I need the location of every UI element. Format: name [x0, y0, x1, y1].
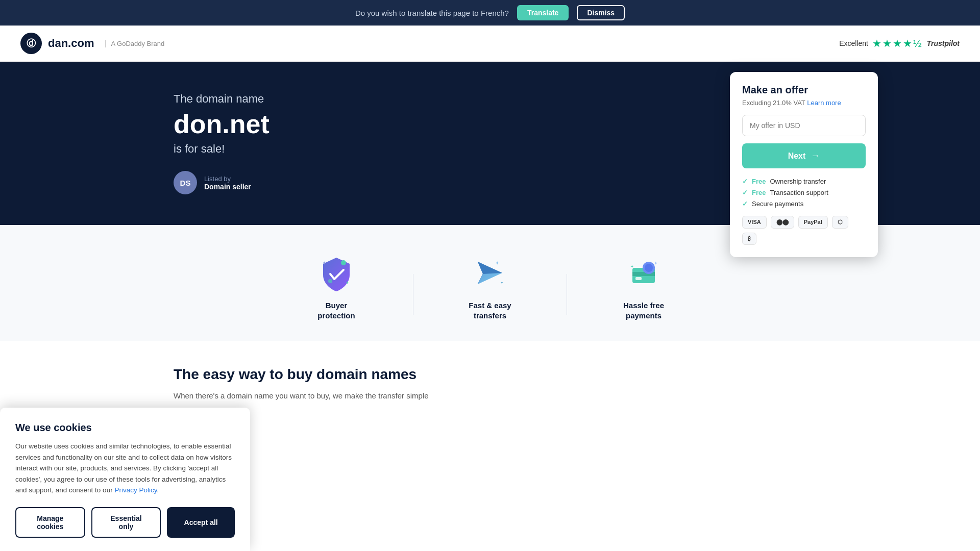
feature-shield-icon-wrap: ✦ ✦ — [318, 256, 355, 292]
perk-secure: ✓ Secure payments — [742, 200, 866, 208]
perk-free-label2: Free — [752, 189, 766, 196]
seller-name: Domain seller — [204, 183, 251, 191]
payment-icons: VISA ⬤⬤ PayPal ⬡ ₿ — [742, 216, 866, 245]
feature-divider-2 — [567, 274, 567, 315]
logo-icon: ⓓ — [20, 33, 42, 54]
feature-payment-icon-wrap: ✦ ✦ — [625, 256, 662, 292]
header: ⓓ dan.com A GoDaddy Brand Excellent ★★★★… — [0, 26, 980, 62]
trustpilot-area: Excellent ★★★★½ Trustpilot — [839, 37, 960, 49]
why-text: When there's a domain name you want to b… — [174, 390, 806, 402]
hero-section: The domain name don.net is for sale! DS … — [0, 62, 980, 225]
perk-secure-label: Secure payments — [752, 200, 803, 208]
payment-visa: VISA — [742, 216, 767, 229]
svg-text:✦: ✦ — [654, 261, 658, 266]
svg-rect-11 — [635, 277, 642, 280]
payment-paypal: PayPal — [798, 216, 828, 229]
translate-button[interactable]: Translate — [517, 5, 569, 20]
vat-text: Excluding 21.0% VAT — [742, 99, 805, 107]
trustpilot-stars: ★★★★½ — [872, 37, 923, 49]
cookie-banner: We use cookies Our website uses cookies … — [0, 408, 250, 428]
offer-perks: ✓ Free Ownership transfer ✓ Free Transac… — [742, 178, 866, 208]
feature-payments: ✦ ✦ Hassle freepayments — [608, 256, 679, 320]
svg-point-13 — [645, 264, 653, 272]
feature-protection-label: Buyerprotection — [317, 300, 355, 320]
offer-title: Make an offer — [742, 84, 866, 96]
shield-icon: ✦ ✦ — [320, 256, 353, 292]
feature-payments-label: Hassle freepayments — [623, 300, 664, 320]
perk-check-icon2: ✓ — [742, 189, 748, 196]
offer-vat: Excluding 21.0% VAT Learn more — [742, 99, 866, 107]
avatar: DS — [174, 171, 197, 194]
svg-text:✦: ✦ — [630, 264, 634, 269]
translate-bar: Do you wish to translate this page to Fr… — [0, 0, 980, 26]
why-title: The easy way to buy domain names — [174, 366, 806, 383]
payment-btc: ₿ — [742, 233, 756, 245]
trustpilot-logo: Trustpilot — [927, 39, 960, 47]
perk-ownership-label: Ownership transfer — [770, 178, 826, 185]
svg-point-0 — [341, 260, 346, 265]
feature-transfers-label: Fast & easytransfers — [469, 300, 511, 320]
feature-plane-icon-wrap: ✦ ✦ — [472, 256, 508, 292]
listed-by-label: Listed by — [204, 175, 251, 183]
trustpilot-rating: Excellent — [839, 39, 868, 47]
perk-check-icon: ✓ — [742, 178, 748, 185]
next-button[interactable]: Next → — [742, 143, 866, 168]
offer-input[interactable] — [742, 115, 866, 136]
perk-ownership: ✓ Free Ownership transfer — [742, 178, 866, 185]
seller-info: Listed by Domain seller — [204, 175, 251, 191]
logo-text: dan.com — [48, 37, 94, 50]
perk-transaction-label: Transaction support — [770, 189, 828, 196]
payment-mc: ⬤⬤ — [771, 216, 794, 229]
svg-point-1 — [328, 279, 332, 283]
svg-text:✦: ✦ — [495, 260, 499, 266]
payment-amex: ⬡ — [832, 216, 848, 229]
perk-check-icon3: ✓ — [742, 200, 748, 208]
dismiss-button[interactable]: Dismiss — [577, 5, 625, 20]
godaddy-brand: A GoDaddy Brand — [105, 40, 164, 47]
plane-icon: ✦ ✦ — [474, 258, 506, 290]
perk-transaction: ✓ Free Transaction support — [742, 189, 866, 196]
next-arrow-icon: → — [811, 151, 820, 161]
feature-transfers: ✦ ✦ Fast & easytransfers — [454, 256, 526, 320]
features-inner: ✦ ✦ Buyerprotection — [260, 256, 720, 320]
translate-message: Do you wish to translate this page to Fr… — [355, 9, 509, 17]
svg-text:✦: ✦ — [322, 260, 326, 266]
feature-divider-1 — [413, 274, 413, 315]
payment-icon: ✦ ✦ — [627, 258, 660, 290]
next-label: Next — [788, 152, 806, 161]
svg-text:✦: ✦ — [346, 281, 349, 285]
svg-text:✦: ✦ — [500, 281, 504, 285]
cookie-title: We use cookies — [15, 422, 235, 428]
offer-card: Make an offer Excluding 21.0% VAT Learn … — [730, 72, 878, 257]
perk-free-label: Free — [752, 178, 766, 185]
logo-area: ⓓ dan.com A GoDaddy Brand — [20, 33, 164, 54]
feature-protection: ✦ ✦ Buyerprotection — [301, 256, 372, 320]
learn-more-link[interactable]: Learn more — [807, 99, 841, 107]
